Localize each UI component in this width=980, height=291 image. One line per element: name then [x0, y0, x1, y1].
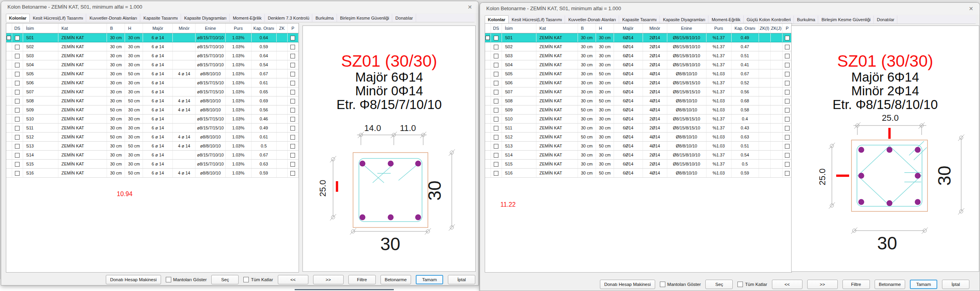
tab-9[interactable]: Donatılar: [874, 15, 898, 24]
table-row[interactable]: S10ZEMİN KAT30 cm30 cm6Ø142Ø14Ø8/15/8/15…: [485, 115, 792, 124]
close-icon[interactable]: ✕: [967, 5, 975, 13]
p-checkbox[interactable]: [785, 108, 790, 113]
tab-6[interactable]: Güçlü Kolon Kontrolleri: [744, 15, 794, 24]
p-checkbox[interactable]: [290, 36, 295, 40]
ds-checkbox[interactable]: [15, 81, 20, 85]
p-checkbox[interactable]: [785, 36, 790, 40]
filtre-button[interactable]: Filtre: [348, 275, 376, 284]
p-checkbox[interactable]: [290, 135, 295, 140]
tab-4[interactable]: Kapasite Diyagramları: [660, 15, 708, 24]
table-row[interactable]: S16ZEMİN KAT30 cm50 cm6Ø144Ø14Ø8/8/10/10…: [485, 169, 792, 178]
p-checkbox[interactable]: [290, 81, 295, 85]
tab-5[interactable]: Moment-Eğrilik: [230, 14, 264, 22]
tab-1[interactable]: Kesit Hücresi(Lif) Tasarımı: [30, 14, 87, 22]
tab-6[interactable]: Denklem 7.3 Kontrolü: [265, 14, 313, 22]
ds-checkbox[interactable]: [15, 171, 20, 176]
table-row[interactable]: S06ZEMİN KAT30 cm30 cm6Ø142Ø14Ø8/15/8/15…: [485, 78, 792, 87]
ds-checkbox[interactable]: [494, 63, 498, 67]
tab-5[interactable]: Moment-Eğrilik: [708, 15, 743, 24]
table-row[interactable]: S09ZEMİN KAT50 cm30 cm6Ø144Ø14Ø8/8/10/10…: [485, 105, 792, 115]
tamam-button[interactable]: Tamam: [416, 275, 443, 284]
ds-checkbox[interactable]: [494, 117, 498, 122]
ds-checkbox[interactable]: [494, 72, 498, 76]
tab-0[interactable]: Kolonlar: [485, 15, 509, 24]
p-checkbox[interactable]: [785, 171, 790, 176]
table-row[interactable]: S14ZEMİN KAT30 cm30 cm6Ø142Ø14Ø8/15/8/10…: [485, 151, 792, 160]
mantolari-goster-checkbox[interactable]: Mantoları Göster: [660, 282, 701, 287]
table-row[interactable]: S02ZEMİN KAT30 cm30 cm6 ø 14ø8/15/7/10/1…: [6, 42, 299, 51]
tamam-button[interactable]: Tamam: [910, 280, 937, 289]
table-row[interactable]: S13ZEMİN KAT30 cm50 cm6 ø 144 ø 14ø8/8/1…: [6, 142, 299, 151]
iptal-button[interactable]: İptal: [942, 280, 969, 289]
next-button[interactable]: >>: [313, 275, 344, 284]
p-checkbox[interactable]: [785, 45, 790, 49]
table-row[interactable]: S01ZEMİN KAT30 cm30 cm6Ø142Ø14Ø8/15/8/10…: [485, 33, 792, 42]
table-row[interactable]: S04ZEMİN KAT30 cm30 cm6Ø142Ø14Ø8/15/8/10…: [485, 60, 792, 69]
ds-checkbox[interactable]: [15, 99, 20, 104]
tab-8[interactable]: Birleşim Kesme Güvenliği: [337, 14, 392, 22]
donati-hesap-makinesi-button[interactable]: Donatı Hesap Makinesi: [600, 280, 655, 289]
previous-button[interactable]: <<: [772, 280, 802, 289]
table-row[interactable]: S09ZEMİN KAT50 cm30 cm6 ø 144 ø 14ø8/8/1…: [6, 105, 299, 115]
tum-katlar-checkbox[interactable]: Tüm Katlar: [737, 282, 767, 287]
p-checkbox[interactable]: [290, 162, 295, 167]
table-row[interactable]: S15ZEMİN KAT30 cm30 cm6Ø142Ø14Ø8/15/8/10…: [485, 160, 792, 169]
ds-checkbox[interactable]: [15, 153, 20, 158]
p-checkbox[interactable]: [785, 153, 790, 158]
ds-checkbox[interactable]: [15, 54, 20, 58]
p-checkbox[interactable]: [290, 144, 295, 149]
table-row[interactable]: S08ZEMİN KAT30 cm50 cm6 ø 144 ø 14ø8/8/1…: [6, 96, 299, 105]
donati-hesap-makinesi-button[interactable]: Donatı Hesap Makinesi: [106, 275, 161, 284]
betonarme-button[interactable]: Betonarme: [875, 280, 905, 289]
ds-checkbox[interactable]: [15, 90, 20, 95]
ds-checkbox[interactable]: [494, 99, 498, 104]
ds-checkbox[interactable]: [15, 45, 20, 49]
p-checkbox[interactable]: [290, 153, 295, 158]
tab-3[interactable]: Kapasite Tasarımı: [619, 15, 660, 24]
p-checkbox[interactable]: [785, 126, 790, 131]
ds-checkbox[interactable]: [494, 162, 498, 167]
tab-8[interactable]: Birleşim Kesme Güvenliği: [818, 15, 873, 24]
ds-checkbox[interactable]: [15, 72, 20, 76]
p-checkbox[interactable]: [290, 54, 295, 58]
table-row[interactable]: S06ZEMİN KAT30 cm30 cm6 ø 14ø8/15/7/15/1…: [6, 78, 299, 87]
ds-checkbox[interactable]: [494, 144, 498, 149]
ds-checkbox[interactable]: [494, 171, 498, 176]
ds-checkbox[interactable]: [15, 36, 20, 40]
ds-checkbox[interactable]: [15, 126, 20, 131]
p-checkbox[interactable]: [290, 72, 295, 76]
p-checkbox[interactable]: [785, 144, 790, 149]
p-checkbox[interactable]: [290, 45, 295, 49]
ds-checkbox[interactable]: [494, 45, 498, 49]
ds-checkbox[interactable]: [494, 135, 498, 140]
p-checkbox[interactable]: [290, 108, 295, 113]
table-row[interactable]: S12ZEMİN KAT50 cm30 cm6 ø 144 ø 14ø8/8/1…: [6, 133, 299, 142]
p-checkbox[interactable]: [785, 162, 790, 167]
sec-button[interactable]: Seç: [705, 280, 733, 289]
p-checkbox[interactable]: [785, 99, 790, 104]
table-row[interactable]: S08ZEMİN KAT30 cm50 cm6Ø144Ø14Ø8/8/10/10…: [485, 96, 792, 105]
table-row[interactable]: S03ZEMİN KAT30 cm30 cm6 ø 14ø8/15/7/10/1…: [6, 51, 299, 60]
table-row[interactable]: S10ZEMİN KAT30 cm30 cm6 ø 14ø8/15/7/15/1…: [6, 115, 299, 124]
ds-checkbox[interactable]: [15, 117, 20, 122]
p-checkbox[interactable]: [290, 99, 295, 104]
table-row[interactable]: S05ZEMİN KAT30 cm50 cm6 ø 144 ø 14ø8/8/1…: [6, 69, 299, 78]
tab-1[interactable]: Kesit Hücresi(Lif) Tasarımı: [509, 15, 565, 24]
p-checkbox[interactable]: [290, 90, 295, 95]
tab-9[interactable]: Donatılar: [392, 14, 416, 22]
ds-checkbox[interactable]: [15, 162, 20, 167]
table-row[interactable]: S07ZEMİN KAT30 cm30 cm6Ø142Ø14Ø8/15/8/15…: [485, 87, 792, 96]
table-row[interactable]: S12ZEMİN KAT50 cm30 cm6Ø144Ø14Ø8/8/10/10…: [485, 133, 792, 142]
table-row[interactable]: S15ZEMİN KAT30 cm30 cm6 ø 14ø8/15/7/10/1…: [6, 160, 299, 169]
tab-2[interactable]: Kuvvetler-Donatı Alanları: [86, 14, 140, 22]
ds-checkbox[interactable]: [15, 135, 20, 140]
p-checkbox[interactable]: [785, 72, 790, 76]
tab-0[interactable]: Kolonlar: [6, 14, 30, 22]
table-row[interactable]: S03ZEMİN KAT30 cm30 cm6Ø142Ø14Ø8/15/8/10…: [485, 51, 792, 60]
ds-checkbox[interactable]: [494, 126, 498, 131]
p-checkbox[interactable]: [785, 90, 790, 95]
table-row[interactable]: S02ZEMİN KAT30 cm30 cm6Ø142Ø14Ø8/15/8/10…: [485, 42, 792, 51]
p-checkbox[interactable]: [785, 117, 790, 122]
betonarme-button[interactable]: Betonarme: [380, 275, 411, 284]
ds-checkbox[interactable]: [494, 90, 498, 95]
